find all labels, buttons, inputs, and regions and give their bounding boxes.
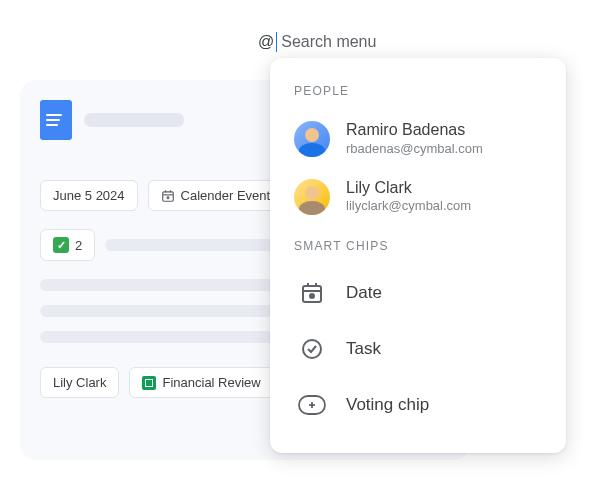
date-chip-label: June 5 2024: [53, 188, 125, 203]
svg-point-10: [303, 340, 321, 358]
task-icon: [294, 331, 330, 367]
avatar: [294, 121, 330, 157]
smart-chip-voting[interactable]: Voting chip: [270, 377, 566, 433]
smart-chip-task[interactable]: Task: [270, 321, 566, 377]
people-item-ramiro[interactable]: Ramiro Badenas rbadenas@cymbal.com: [270, 110, 566, 168]
date-icon: [294, 275, 330, 311]
mention-menu: PEOPLE Ramiro Badenas rbadenas@cymbal.co…: [270, 58, 566, 453]
vote-count: 2: [75, 238, 82, 253]
google-docs-icon: [40, 100, 72, 140]
person-name: Ramiro Badenas: [346, 120, 483, 141]
smart-chips-section-label: SMART CHIPS: [270, 233, 566, 265]
sheet-chip-label: Financial Review: [162, 375, 260, 390]
person-chip[interactable]: Lily Clark: [40, 367, 119, 398]
checkmark-icon: ✓: [53, 237, 69, 253]
person-email: lilyclark@cymbal.com: [346, 198, 471, 215]
vote-chip[interactable]: ✓ 2: [40, 229, 95, 261]
text-cursor: [276, 32, 277, 52]
smart-chip-label: Date: [346, 283, 382, 303]
google-sheets-icon: [142, 376, 156, 390]
person-info: Ramiro Badenas rbadenas@cymbal.com: [346, 120, 483, 158]
smart-chip-date[interactable]: Date: [270, 265, 566, 321]
person-name: Lily Clark: [346, 178, 471, 199]
at-sign: @: [258, 33, 274, 51]
sheet-chip[interactable]: Financial Review: [129, 367, 273, 398]
smart-chip-label: Voting chip: [346, 395, 429, 415]
avatar: [294, 179, 330, 215]
people-section-label: PEOPLE: [270, 78, 566, 110]
person-info: Lily Clark lilyclark@cymbal.com: [346, 178, 471, 216]
svg-point-9: [310, 294, 314, 298]
date-chip[interactable]: June 5 2024: [40, 180, 138, 211]
title-placeholder: [84, 113, 184, 127]
search-placeholder: Search menu: [281, 33, 376, 51]
calendar-chip-label: Calender Event: [181, 188, 271, 203]
calendar-chip[interactable]: Calender Event: [148, 180, 284, 211]
voting-chip-icon: [294, 387, 330, 423]
person-email: rbadenas@cymbal.com: [346, 141, 483, 158]
svg-point-4: [167, 196, 169, 198]
smart-chip-label: Task: [346, 339, 381, 359]
person-chip-label: Lily Clark: [53, 375, 106, 390]
mention-search[interactable]: @ Search menu: [258, 32, 376, 52]
calendar-icon: [161, 189, 175, 203]
people-item-lily[interactable]: Lily Clark lilyclark@cymbal.com: [270, 168, 566, 226]
skeleton-line: [40, 331, 286, 343]
